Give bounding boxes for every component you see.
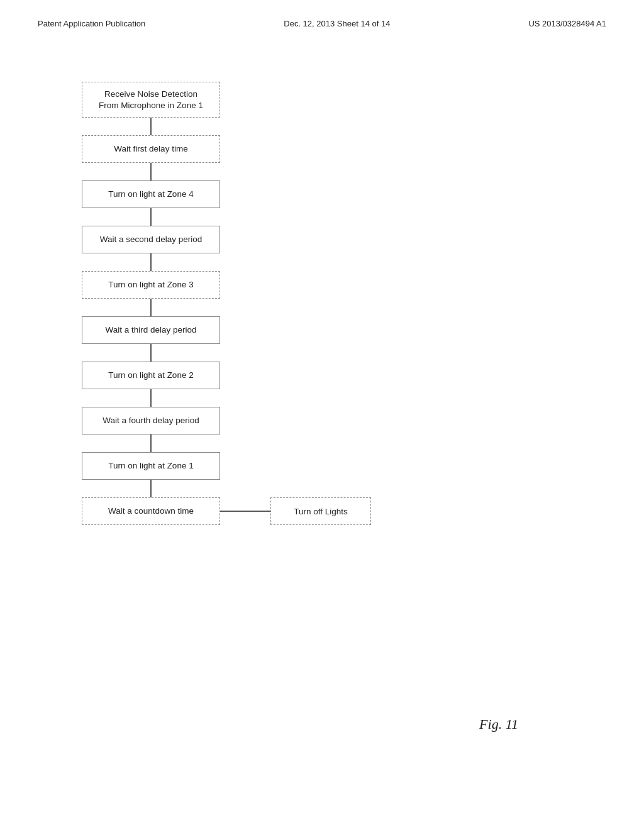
page-header: Patent Application Publication Dec. 12, … [0, 0, 644, 35]
connector-2 [150, 163, 152, 180]
flowchart-box-8: Wait a fourth delay period [82, 407, 220, 434]
figure-label: Fig. 11 [479, 716, 518, 733]
header-left: Patent Application Publication [38, 19, 145, 28]
connector-1 [150, 118, 152, 135]
flowchart-diagram: Receive Noise Detection From Microphone … [82, 82, 396, 525]
connector-8 [150, 434, 152, 452]
flowchart-box-11: Turn off Lights [270, 497, 371, 525]
connector-4 [150, 253, 152, 271]
connector-5 [150, 299, 152, 316]
flowchart-box-10: Wait a countdown time [82, 497, 220, 525]
flowchart-box-1: Receive Noise Detection From Microphone … [82, 82, 220, 118]
header-center: Dec. 12, 2013 Sheet 14 of 14 [284, 19, 390, 28]
connector-9 [150, 480, 152, 497]
connector-7 [150, 389, 152, 407]
flowchart-box-6: Wait a third delay period [82, 316, 220, 344]
horizontal-connector [220, 511, 270, 512]
flowchart-box-2: Wait first delay time [82, 135, 220, 163]
bottom-row: Wait a countdown time Turn off Lights [82, 497, 396, 525]
flowchart-box-9: Turn on light at Zone 1 [82, 452, 220, 480]
flowchart-box-3: Turn on light at Zone 4 [82, 180, 220, 208]
flowchart-box-7: Turn on light at Zone 2 [82, 362, 220, 389]
connector-6 [150, 344, 152, 362]
flowchart-box-4: Wait a second delay period [82, 226, 220, 253]
header-right: US 2013/0328494 A1 [528, 19, 606, 28]
flowchart-box-5: Turn on light at Zone 3 [82, 271, 220, 299]
connector-3 [150, 208, 152, 226]
